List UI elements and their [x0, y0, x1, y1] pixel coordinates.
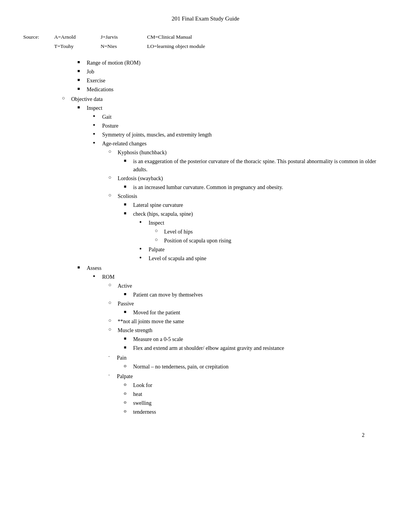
item-text: Normal – no tenderness, pain, or crepita… [133, 363, 388, 371]
item-text: Measure on a 0-5 scale [133, 335, 388, 343]
item-text: **not all joints move the same [118, 317, 388, 326]
list-item: ○ Muscle strength [31, 326, 388, 334]
circle-bullet-icon: ○ [108, 282, 115, 288]
list-item: ○ Kyphosis (hunchback) [31, 148, 388, 157]
source-a-arnold: A=Arnold [54, 33, 101, 41]
dot-bullet-icon: · [108, 372, 115, 379]
item-text: Inspect [87, 104, 388, 112]
item-text: Exercise [87, 77, 388, 85]
o-bullet-icon: o [124, 363, 132, 369]
list-item: ● Gait [31, 113, 388, 121]
item-text: check (hips, scapula, spine) [133, 210, 388, 218]
filled-bullet-icon: ● [93, 131, 100, 136]
square-bullet-icon: ■ [124, 336, 131, 341]
list-item: ○ **not all joints move the same [31, 317, 388, 326]
square-bullet-icon: ■ [77, 68, 84, 73]
item-text: Scoliosis [118, 192, 388, 200]
item-text: Palpate [149, 246, 388, 254]
item-text: Assess [87, 264, 388, 272]
list-item: o heat [31, 390, 388, 398]
item-text: Lateral spine curvature [133, 201, 388, 209]
source-indent [23, 42, 54, 51]
list-item: ○ Lordosis (swayback) [31, 174, 388, 182]
item-text: Active [118, 282, 388, 290]
item-text: is an increased lumbar curvature. Common… [133, 183, 388, 191]
list-item: · Palpate [31, 372, 388, 380]
list-item: o Normal – no tenderness, pain, or crepi… [31, 363, 388, 371]
page-number: 2 [23, 417, 388, 438]
filled-bullet-icon: ● [93, 140, 100, 145]
list-item: ■ Exercise [31, 77, 388, 85]
list-item: ● Level of scapula and spine [31, 254, 388, 263]
item-text: Kyphosis (hunchback) [118, 148, 388, 157]
list-item: ■ check (hips, scapula, spine) [31, 210, 388, 218]
item-text: Look for [133, 381, 388, 389]
list-item: o tenderness [31, 408, 388, 416]
list-item: ● Palpate [31, 246, 388, 254]
source-block: Source: A=Arnold J=Jarvis CM=Clinical Ma… [23, 33, 388, 50]
circle-bullet-icon: ○ [155, 228, 162, 234]
square-bullet-icon: ■ [124, 345, 131, 350]
source-t-touhy: T=Touhy [54, 42, 101, 51]
square-bullet-icon: ■ [77, 60, 84, 64]
list-item: ■ is an exaggeration of the posterior cu… [31, 157, 388, 174]
item-text: Patient can move by themselves [133, 291, 388, 299]
o-bullet-icon: o [124, 390, 132, 396]
o-bullet-icon: o [124, 399, 132, 405]
list-item: o Look for [31, 381, 388, 389]
page-title: 201 Final Exam Study Guide [23, 15, 388, 22]
list-item: ○ Position of scapula upon rising [31, 237, 388, 245]
list-item: ● Symmetry of joints, muscles, and extre… [31, 131, 388, 139]
filled-bullet-icon: ● [93, 274, 100, 278]
list-item: ○ Objective data [31, 95, 388, 103]
square-bullet-icon: ■ [77, 265, 84, 269]
item-text: Moved for the patient [133, 309, 388, 317]
circle-bullet-icon: ○ [108, 326, 115, 332]
square-bullet-icon: ■ [124, 184, 131, 189]
item-text: Age-related changes [102, 140, 388, 148]
filled-bullet-icon: ● [139, 220, 146, 224]
square-bullet-icon: ■ [124, 292, 131, 296]
item-text: Objective data [71, 95, 388, 103]
square-bullet-icon: ■ [124, 158, 131, 163]
o-bullet-icon: o [124, 408, 132, 414]
item-text: Range of motion (ROM) [87, 59, 388, 67]
content-area: ■ Range of motion (ROM) ■ Job ■ Exercise… [23, 59, 388, 416]
list-item: ■ Job [31, 68, 388, 76]
source-n-nies: N=Nies [101, 42, 147, 51]
list-item: ■ Patient can move by themselves [31, 291, 388, 299]
circle-bullet-icon: ○ [108, 192, 115, 198]
item-text: Medications [87, 85, 388, 94]
square-bullet-icon: ■ [124, 202, 131, 206]
list-item: ● ROM [31, 273, 388, 281]
item-text: Pain [117, 354, 388, 362]
square-bullet-icon: ■ [124, 211, 131, 215]
list-item: ○ Scoliosis [31, 192, 388, 200]
list-item: ■ Medications [31, 85, 388, 94]
item-text: Level of hips [164, 228, 388, 236]
dot-bullet-icon: · [108, 354, 115, 360]
item-text: Position of scapula upon rising [164, 237, 388, 245]
item-text: Passive [118, 300, 388, 308]
list-item: ■ Inspect [31, 104, 388, 112]
list-item: ■ is an increased lumbar curvature. Comm… [31, 183, 388, 191]
list-item: ■ Lateral spine curvature [31, 201, 388, 209]
square-bullet-icon: ■ [77, 105, 84, 109]
list-item: ● Inspect [31, 219, 388, 227]
item-text: Flex and extend arm at shoulder/ elbow a… [133, 344, 388, 352]
list-item: ● Posture [31, 122, 388, 130]
list-item: ● Age-related changes [31, 140, 388, 148]
source-label: Source: [23, 33, 54, 41]
circle-bullet-icon: ○ [108, 300, 115, 306]
item-text: Gait [102, 113, 388, 121]
list-item: ○ Passive [31, 300, 388, 308]
list-item: ■ Range of motion (ROM) [31, 59, 388, 67]
circle-bullet-icon: ○ [108, 317, 115, 324]
circle-bullet-icon: ○ [62, 95, 69, 101]
list-item: ■ Flex and extend arm at shoulder/ elbow… [31, 344, 388, 352]
list-item: ■ Measure on a 0-5 scale [31, 335, 388, 343]
circle-bullet-icon: ○ [108, 148, 115, 155]
item-text: Palpate [117, 372, 388, 380]
item-text: tenderness [133, 408, 388, 416]
filled-bullet-icon: ● [93, 114, 100, 118]
